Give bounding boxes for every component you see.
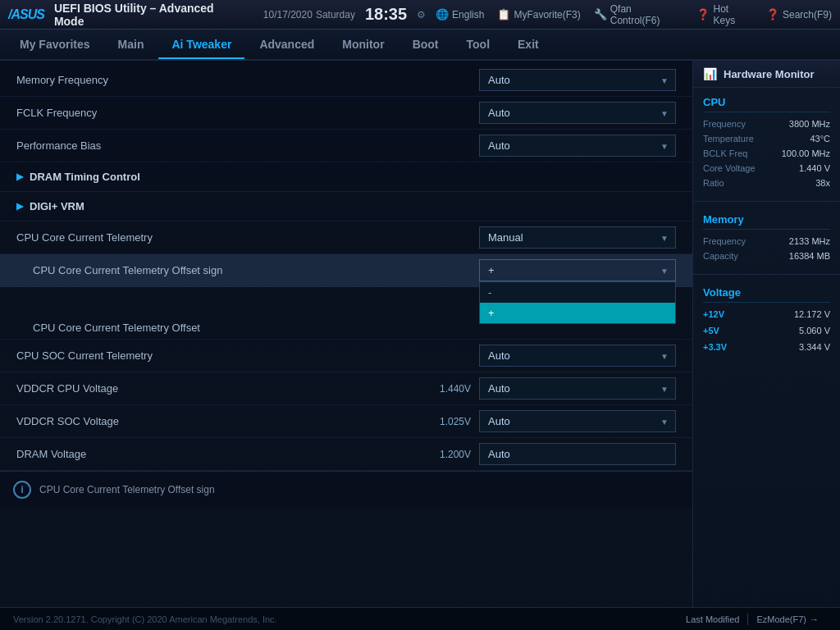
mem-frequency-metric: Frequency 2133 MHz — [703, 236, 830, 246]
nav-helper-right: Last Modified EzMode(F7) → — [678, 613, 827, 626]
hotkeys-tool[interactable]: ❓ Hot Keys — [696, 3, 752, 26]
last-modified-btn[interactable]: Last Modified — [678, 613, 747, 626]
v5-label: +5V — [703, 326, 719, 336]
memory-freq-btn[interactable]: Auto▼ — [479, 69, 676, 91]
cpu-frequency-metric: Frequency 3800 MHz — [703, 119, 830, 129]
ratio-metric: Ratio 38x — [703, 178, 830, 188]
dram-voltage-row: DRAM Voltage 1.200V Auto — [0, 438, 692, 471]
cpu-temp-label: Temperature — [703, 134, 754, 144]
v33-label: +3.3V — [703, 342, 727, 352]
cpu-soc-telemetry-btn[interactable]: Auto▼ — [479, 345, 676, 367]
nav-advanced[interactable]: Advanced — [246, 31, 327, 57]
dropdown-arrow: ▼ — [660, 75, 669, 84]
dram-voltage-static: Auto — [479, 443, 676, 465]
day-text: Saturday — [316, 9, 355, 21]
nav-ai-tweaker[interactable]: Ai Tweaker — [158, 31, 244, 59]
bclk-metric: BCLK Freq 100.00 MHz — [703, 148, 830, 158]
digi-vrm-arrow: ▶ — [16, 201, 23, 212]
dram-voltage-dropdown: Auto — [479, 443, 676, 465]
info-text: CPU Core Current Telemetry Offset sign — [39, 484, 215, 495]
memory-section-title: Memory — [703, 213, 830, 230]
info-bar: i CPU Core Current Telemetry Offset sign — [0, 471, 692, 507]
hotkeys-icon: ❓ — [696, 8, 710, 21]
memory-freq-row: Memory Frequency Auto▼ — [0, 64, 692, 97]
cpu-offset-sign-row: CPU Core Current Telemetry Offset sign +… — [0, 254, 692, 287]
nav-boot[interactable]: Boot — [399, 31, 452, 57]
digi-vrm-label: ▶ DIGI+ VRM — [16, 200, 676, 212]
cpu-offset-sign-label: CPU Core Current Telemetry Offset sign — [16, 264, 479, 276]
core-voltage-value: 1.440 V — [799, 163, 830, 173]
dram-timing-row[interactable]: ▶ DRAM Timing Control — [0, 162, 692, 192]
nav-exit[interactable]: Exit — [504, 31, 552, 57]
sidebar-header-title: Hardware Monitor — [724, 68, 815, 80]
search-tool[interactable]: ❓ Search(F9) — [766, 8, 832, 21]
hardware-monitor-sidebar: 📊 Hardware Monitor CPU Frequency 3800 MH… — [692, 61, 840, 607]
fclk-freq-label: FCLK Frequency — [16, 107, 479, 119]
voltage-section: Voltage +12V 12.172 V +5V 5.060 V +3.3V … — [693, 278, 840, 363]
cpu-offset-sign-btn[interactable]: +▼ — [479, 259, 676, 281]
qfan-tool[interactable]: 🔧 Qfan Control(F6) — [594, 3, 684, 26]
sidebar-header: 📊 Hardware Monitor — [693, 61, 840, 88]
cpu-freq-label: Frequency — [703, 119, 746, 129]
memory-section: Memory Frequency 2133 MHz Capacity 16384… — [693, 205, 840, 271]
cpu-temp-value: 43°C — [810, 134, 830, 144]
dropdown-arrow-6: ▼ — [660, 351, 669, 360]
myfavorite-tool[interactable]: 📋 MyFavorite(F3) — [497, 8, 580, 21]
language-icon: 🌐 — [436, 8, 449, 21]
dropdown-arrow-4: ▼ — [660, 233, 669, 242]
myfavorite-label: MyFavorite(F3) — [514, 9, 580, 21]
header-datetime: 10/17/2020 Saturday — [263, 9, 355, 21]
vddcr-soc-value: 1.025V — [426, 416, 471, 427]
nav-main[interactable]: Main — [105, 31, 158, 57]
offset-sign-minus[interactable]: - — [480, 282, 675, 303]
clock-display: 18:35 — [365, 5, 407, 24]
cpu-soc-telemetry-row: CPU SOC Current Telemetry Auto▼ — [0, 340, 692, 372]
vddcr-cpu-label: VDDCR CPU Voltage — [16, 382, 426, 395]
nav-my-favorites[interactable]: My Favorites — [7, 31, 103, 57]
bclk-label: BCLK Freq — [703, 148, 747, 158]
offset-sign-plus[interactable]: + — [480, 303, 675, 323]
myfavorite-icon: 📋 — [497, 8, 510, 21]
offset-sign-options: - + — [479, 281, 676, 324]
vddcr-cpu-dropdown: Auto▼ — [479, 377, 676, 399]
ez-mode-label: EzMode(F7) — [756, 614, 806, 624]
cpu-core-telemetry-btn[interactable]: Manual▼ — [479, 226, 676, 249]
vddcr-cpu-btn[interactable]: Auto▼ — [479, 377, 676, 399]
vddcr-soc-row: VDDCR SOC Voltage 1.025V Auto▼ — [0, 405, 692, 438]
core-voltage-label: Core Voltage — [703, 163, 756, 173]
vddcr-cpu-value: 1.440V — [426, 383, 471, 395]
mem-freq-value: 2133 MHz — [789, 236, 830, 246]
monitor-icon: 📊 — [703, 67, 717, 80]
ez-mode-btn[interactable]: EzMode(F7) → — [748, 613, 827, 626]
language-tool[interactable]: 🌐 English — [436, 8, 484, 21]
memory-freq-dropdown: Auto▼ — [479, 69, 676, 91]
ratio-value: 38x — [815, 178, 830, 188]
settings-icon[interactable]: ⚙ — [417, 9, 426, 21]
fclk-freq-btn[interactable]: Auto▼ — [479, 102, 676, 124]
v5-value: 5.060 V — [799, 326, 830, 337]
cpu-section-title: CPU — [703, 96, 830, 112]
cpu-offset-sign-dropdown: +▼ - + — [479, 259, 676, 281]
vddcr-soc-btn[interactable]: Auto▼ — [479, 410, 676, 432]
voltage-section-title: Voltage — [703, 286, 830, 303]
hotkeys-label: Hot Keys — [713, 3, 752, 26]
navigation-bar: My Favorites Main Ai Tweaker Advanced Mo… — [0, 30, 840, 61]
search-icon: ❓ — [766, 8, 779, 21]
mem-capacity-metric: Capacity 16384 MB — [703, 251, 830, 261]
digi-vrm-row[interactable]: ▶ DIGI+ VRM — [0, 192, 692, 221]
fclk-freq-dropdown: Auto▼ — [479, 102, 676, 124]
perf-bias-row: Performance Bias Auto▼ — [0, 130, 692, 162]
dropdown-arrow-8: ▼ — [660, 417, 669, 426]
cpu-section: CPU Frequency 3800 MHz Temperature 43°C … — [693, 88, 840, 198]
perf-bias-btn[interactable]: Auto▼ — [479, 135, 676, 157]
vddcr-soc-dropdown: Auto▼ — [479, 410, 676, 432]
cpu-core-telemetry-dropdown: Manual▼ — [479, 226, 676, 249]
nav-monitor[interactable]: Monitor — [329, 31, 397, 57]
fclk-freq-row: FCLK Frequency Auto▼ — [0, 97, 692, 130]
dram-voltage-value: 1.200V — [426, 449, 471, 460]
mem-capacity-value: 16384 MB — [789, 251, 830, 261]
date-text: 10/17/2020 — [263, 9, 313, 21]
v12-value: 12.172 V — [794, 309, 830, 321]
perf-bias-label: Performance Bias — [16, 139, 479, 152]
nav-tool[interactable]: Tool — [454, 31, 504, 57]
